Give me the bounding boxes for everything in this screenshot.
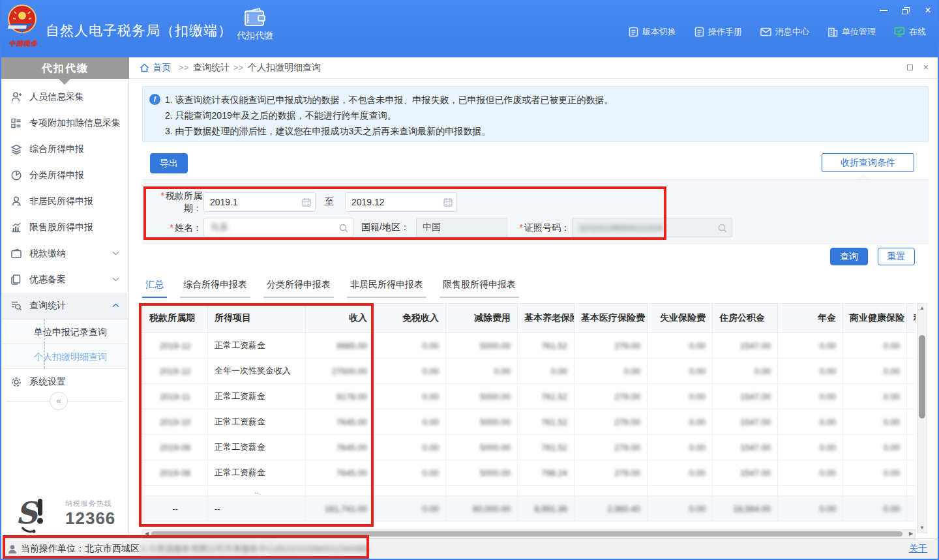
tab-nonresident[interactable]: 非居民所得申报表 [347,279,426,298]
breadcrumb-level1: 查询统计 [193,62,230,74]
scroll-right-arrow[interactable]: ▶ [907,530,915,538]
restore-button[interactable] [900,5,912,16]
vertical-scroll-thumb[interactable] [919,335,925,419]
sidebar-item-query-statistics[interactable]: 查询统计 [1,293,128,319]
table-cell [907,409,916,435]
wallet-icon [243,8,267,27]
table-row[interactable]: 2019-12正常工资薪金9985.000.005000.00761.52279… [143,333,916,359]
table-cell: 1547.00 [713,409,778,435]
breadcrumb-separator: >> [179,63,189,72]
table-cell: 7645.00 [306,460,374,486]
table-cell [907,435,916,460]
name-value: 马某 [210,222,228,233]
scroll-down-arrow[interactable]: ▼ [917,523,927,533]
app-title: 自然人电子税务局（扣缴端） [46,22,232,40]
sidebar-collapse-button[interactable]: « [50,392,68,410]
chevron-down-icon [112,251,119,256]
search-icon[interactable] [338,223,349,233]
breadcrumb-home[interactable]: 首页 [153,62,171,74]
table-cell: 0.00 [518,359,574,384]
table-cell: 0.00 [648,384,713,409]
column-header: 年金 [778,304,843,333]
column-header: 收入 [306,304,374,333]
reset-button[interactable]: 重置 [878,248,915,265]
table-cell: 0.00 [843,409,907,435]
layers-icon [10,143,22,155]
scroll-up-arrow[interactable]: ▲ [917,304,927,313]
name-input[interactable]: 马某 [203,218,353,237]
nav-version-switch[interactable]: 版本切换 [629,26,676,38]
table-cell: 0.00 [778,333,843,359]
sidebar-item-preferential-filing[interactable]: 优惠备案 [1,267,128,293]
sidebar-subitem-unit-declaration-query[interactable]: 单位申报记录查询 [1,319,128,344]
close-button[interactable]: × [922,5,934,16]
notice-box: i 1. 该查询统计表仅能查询已申报成功的数据，不包含未申报、申报失败，已申报但… [142,86,929,142]
sidebar-item-label: 分类所得申报 [29,169,84,181]
user-icon [8,544,17,554]
tab-classified[interactable]: 分类所得申报表 [263,279,334,298]
table-cell [907,384,916,409]
sidebar-subitem-personal-withholding-query[interactable]: 个人扣缴明细查询 [1,344,128,369]
vertical-scrollbar[interactable]: ▲ ▼ [917,303,927,533]
table-cell: 161,741.00 [306,496,374,522]
search-icon [717,223,728,233]
export-button[interactable]: 导出 [150,153,188,173]
table-row[interactable]: 2019-10正常工资薪金7645.000.005000.00761.52279… [143,409,916,435]
pie-chart-icon [10,169,22,181]
calendar-icon[interactable] [443,198,453,207]
table-header-row: 税款所属期所得项目收入免税收入减除费用基本养老保险费基本医疗保险费失业保险费住房… [143,304,916,333]
query-button[interactable]: 查询 [830,248,868,265]
table-cell: 0.00 [446,359,518,384]
sidebar-item-special-deduction[interactable]: 专项附加扣除信息采集 [1,110,128,136]
table-row[interactable]: 2019-11正常工资薪金9178.000.005000.00761.52279… [143,384,916,409]
sidebar-item-tax-payment[interactable]: 税款缴纳 [1,241,128,267]
table-row[interactable]: 2019-12全年一次性奖金收入27500.000.000.000.000.00… [143,359,916,384]
table-cell: 0.00 [374,460,446,486]
table-row[interactable]: 2019-08正常工资薪金7645.000.005000.00798.24279… [143,460,916,486]
nav-unit-management[interactable]: 单位管理 [827,26,876,38]
horizontal-scroll-thumb[interactable] [151,531,902,537]
module-tab-daikoudaijiao[interactable]: 代扣代缴 [227,8,283,50]
nav-label: 操作手册 [708,26,742,38]
table-cell: 2019-08 [143,460,208,486]
panel-maximize-button[interactable] [907,65,913,70]
period-from-input[interactable]: 2019.1 [203,192,316,212]
tab-summary[interactable]: 汇总 [142,279,167,298]
table-cell: -- [143,496,208,522]
calendar-icon[interactable] [302,198,311,207]
hotline-number: 12366 [65,508,115,529]
chevron-down-icon [112,277,119,282]
column-header: 商业健康保险 [843,304,907,333]
panel-close-button[interactable]: × [923,63,929,72]
tab-restricted-stock[interactable]: 限售股所得申报表 [440,279,519,298]
sidebar-item-classified-income[interactable]: 分类所得申报 [1,162,128,188]
nav-manual[interactable]: 操作手册 [694,26,742,38]
top-nav: 版本切换 操作手册 消息中心 [629,26,926,38]
table-row[interactable]: 2019-09正常工资薪金7645.000.005000.00761.52279… [143,435,916,460]
gear-icon [10,376,22,388]
table-cell: 7645.00 [306,435,374,460]
table-cell: 全年一次性奖金收入 [208,359,306,384]
sidebar-item-label: 系统设置 [29,376,66,388]
sidebar-item-system-settings[interactable]: 系统设置 [1,369,128,395]
nav-online-status[interactable]: 在线 [894,26,926,38]
sidebar-item-nonresident-income[interactable]: 非居民所得申报 [1,188,128,214]
period-to-input[interactable]: 2019.12 [345,192,457,212]
table-cell: 0.00 [374,496,446,522]
tab-comprehensive[interactable]: 综合所得申报表 [180,279,250,298]
table-cell: .. [208,486,306,496]
sidebar-item-comprehensive-income[interactable]: 综合所得申报 [1,136,128,162]
scroll-left-arrow[interactable]: ◀ [143,530,151,538]
table-cell: 5000.00 [446,384,518,409]
sidebar-item-personnel-info[interactable]: 人员信息采集 [1,84,128,110]
column-header: 失业保险费 [648,304,713,333]
about-link[interactable]: 关于 [909,543,927,555]
nav-message-center[interactable]: 消息中心 [760,26,809,38]
collapse-query-button[interactable]: 收折查询条件 [822,153,914,172]
sidebar-item-restricted-stock[interactable]: 限售股所得申报 [1,214,128,241]
main-content: i 1. 该查询统计表仅能查询已申报成功的数据，不包含未申报、申报失败，已申报但… [129,79,939,538]
horizontal-scrollbar[interactable]: ◀ ▶ [142,529,916,538]
minimize-button[interactable] [878,5,889,16]
sidebar-header: 代扣代缴 [1,57,129,79]
table-cell: 正常工资薪金 [208,435,306,460]
